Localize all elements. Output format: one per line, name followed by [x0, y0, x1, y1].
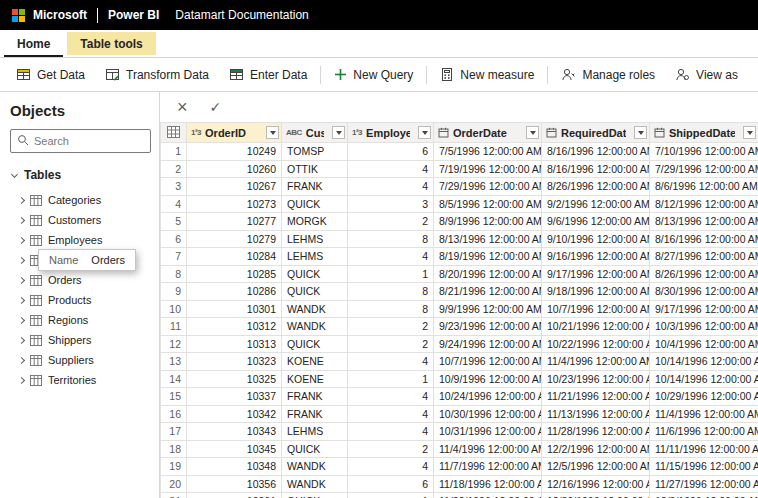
column-header-requireddate[interactable]: RequiredDate [542, 123, 650, 143]
toolbar-button-view-as[interactable]: View as [665, 62, 748, 88]
grid-cell-requireddate[interactable]: 9/10/1996 12:00:00 AM [542, 230, 650, 248]
row-number[interactable]: 1 [161, 143, 187, 161]
grid-cell-customerid[interactable]: FRANK [282, 405, 348, 423]
grid-cell-requireddate[interactable]: 11/21/1996 12:00:00 AM [542, 388, 650, 406]
grid-cell-orderid[interactable]: 10342 [187, 405, 282, 423]
grid-cell-customerid[interactable]: LEHMS [282, 248, 348, 266]
grid-cell-orderid[interactable]: 10361 [187, 493, 282, 498]
grid-cell-customerid[interactable]: WANDK [282, 475, 348, 493]
grid-cell-orderdate[interactable]: 7/5/1996 12:00:00 AM [434, 143, 542, 161]
grid-cell-shippeddate[interactable]: 11/4/1996 12:00:00 AM [650, 405, 758, 423]
grid-cell-customerid[interactable]: LEHMS [282, 230, 348, 248]
column-filter-button[interactable] [634, 126, 647, 139]
grid-cell-orderdate[interactable]: 11/18/1996 12:00:00 AM [434, 475, 542, 493]
grid-cell-customerid[interactable]: QUICK [282, 195, 348, 213]
grid-cell-customerid[interactable]: MORGK [282, 213, 348, 231]
grid-cell-shippeddate[interactable]: 11/6/1996 12:00:00 AM [650, 423, 758, 441]
grid-cell-requireddate[interactable]: 12/16/1996 12:00:00 AM [542, 475, 650, 493]
column-header-orderid[interactable]: 1²3OrderID [187, 123, 282, 143]
grid-cell-requireddate[interactable]: 10/23/1996 12:00:00 AM [542, 370, 650, 388]
grid-cell-shippeddate[interactable]: 11/11/1996 12:00:00 AM [650, 440, 758, 458]
grid-cell-employeeid[interactable]: 1 [348, 493, 434, 498]
grid-cell-shippeddate[interactable]: 8/12/1996 12:00:00 AM [650, 195, 758, 213]
grid-cell-requireddate[interactable]: 11/13/1996 12:00:00 AM [542, 405, 650, 423]
grid-cell-orderid[interactable]: 10356 [187, 475, 282, 493]
grid-cell-orderdate[interactable]: 8/20/1996 12:00:00 AM [434, 265, 542, 283]
grid-cell-shippeddate[interactable]: 11/15/1996 12:00:00 AM [650, 458, 758, 476]
grid-cell-shippeddate[interactable]: 12/3/1996 12:00:00 AM [650, 493, 758, 498]
grid-cell-employeeid[interactable]: 2 [348, 213, 434, 231]
grid-cell-orderid[interactable]: 10312 [187, 318, 282, 336]
grid-corner-cell[interactable] [161, 123, 187, 143]
grid-cell-orderid[interactable]: 10343 [187, 423, 282, 441]
search-input[interactable] [34, 135, 144, 147]
search-box[interactable] [10, 129, 151, 153]
sidebar-item-customers[interactable]: Customers [10, 210, 151, 230]
toolbar-button-new-measure[interactable]: New measure [430, 62, 544, 88]
grid-cell-orderdate[interactable]: 10/30/1996 12:00:00 AM [434, 405, 542, 423]
row-number[interactable]: 16 [161, 405, 187, 423]
tab-table-tools[interactable]: Table tools [67, 32, 155, 55]
grid-cell-employeeid[interactable]: 3 [348, 195, 434, 213]
row-number[interactable]: 10 [161, 300, 187, 318]
grid-cell-requireddate[interactable]: 8/16/1996 12:00:00 AM [542, 160, 650, 178]
grid-cell-shippeddate[interactable]: 10/14/1996 12:00:00 AM [650, 370, 758, 388]
grid-cell-shippeddate[interactable]: 8/26/1996 12:00:00 AM [650, 265, 758, 283]
grid-cell-employeeid[interactable]: 2 [348, 440, 434, 458]
grid-cell-orderdate[interactable]: 9/9/1996 12:00:00 AM [434, 300, 542, 318]
row-number[interactable]: 20 [161, 475, 187, 493]
row-number[interactable]: 18 [161, 440, 187, 458]
column-filter-button[interactable] [743, 126, 756, 139]
grid-cell-orderid[interactable]: 10313 [187, 335, 282, 353]
row-number[interactable]: 11 [161, 318, 187, 336]
grid-cell-requireddate[interactable]: 9/2/1996 12:00:00 AM [542, 195, 650, 213]
grid-cell-customerid[interactable]: QUICK [282, 493, 348, 498]
grid-cell-requireddate[interactable]: 11/28/1996 12:00:00 AM [542, 423, 650, 441]
grid-cell-employeeid[interactable]: 2 [348, 318, 434, 336]
commit-icon[interactable]: ✓ [210, 99, 222, 115]
grid-cell-customerid[interactable]: WANDK [282, 300, 348, 318]
grid-cell-employeeid[interactable]: 4 [348, 388, 434, 406]
row-number[interactable]: 9 [161, 283, 187, 301]
grid-cell-orderid[interactable]: 10277 [187, 213, 282, 231]
grid-cell-orderdate[interactable]: 10/24/1996 12:00:00 AM [434, 388, 542, 406]
grid-cell-requireddate[interactable]: 12/5/1996 12:00:00 AM [542, 458, 650, 476]
row-number[interactable]: 3 [161, 178, 187, 196]
sidebar-item-categories[interactable]: Categories [10, 190, 151, 210]
sidebar-item-employees[interactable]: Employees [10, 230, 151, 250]
sidebar-item-orders[interactable]: Orders [10, 270, 151, 290]
grid-cell-orderdate[interactable]: 11/4/1996 12:00:00 AM [434, 440, 542, 458]
column-header-shippeddate[interactable]: ShippedDate [650, 123, 758, 143]
toolbar-button-enter-data[interactable]: Enter Data [219, 62, 317, 88]
column-filter-button[interactable] [526, 126, 539, 139]
grid-cell-shippeddate[interactable]: 7/29/1996 12:00:00 AM [650, 160, 758, 178]
grid-cell-orderdate[interactable]: 8/9/1996 12:00:00 AM [434, 213, 542, 231]
grid-cell-shippeddate[interactable]: 8/16/1996 12:00:00 AM [650, 230, 758, 248]
row-number[interactable]: 12 [161, 335, 187, 353]
grid-cell-orderdate[interactable]: 7/19/1996 12:00:00 AM [434, 160, 542, 178]
sidebar-item-shippers[interactable]: Shippers [10, 330, 151, 350]
grid-cell-employeeid[interactable]: 1 [348, 265, 434, 283]
grid-cell-customerid[interactable]: KOENE [282, 370, 348, 388]
grid-cell-shippeddate[interactable]: 10/29/1996 12:00:00 AM [650, 388, 758, 406]
grid-cell-requireddate[interactable]: 9/16/1996 12:00:00 AM [542, 248, 650, 266]
tables-section-header[interactable]: Tables [12, 168, 151, 182]
grid-cell-orderdate[interactable]: 10/31/1996 12:00:00 AM [434, 423, 542, 441]
grid-cell-customerid[interactable]: QUICK [282, 265, 348, 283]
grid-cell-shippeddate[interactable]: 8/27/1996 12:00:00 AM [650, 248, 758, 266]
grid-cell-requireddate[interactable]: 8/26/1996 12:00:00 AM [542, 178, 650, 196]
toolbar-button-get-data[interactable]: Get Data [6, 62, 95, 88]
grid-cell-orderdate[interactable]: 8/21/1996 12:00:00 AM [434, 283, 542, 301]
row-number[interactable]: 2 [161, 160, 187, 178]
row-number[interactable]: 13 [161, 353, 187, 371]
row-number[interactable]: 5 [161, 213, 187, 231]
grid-cell-orderid[interactable]: 10323 [187, 353, 282, 371]
grid-cell-orderid[interactable]: 10345 [187, 440, 282, 458]
grid-cell-employeeid[interactable]: 4 [348, 178, 434, 196]
grid-cell-orderid[interactable]: 10273 [187, 195, 282, 213]
row-number[interactable]: 6 [161, 230, 187, 248]
grid-cell-shippeddate[interactable]: 10/3/1996 12:00:00 AM [650, 318, 758, 336]
toolbar-button-manage-roles[interactable]: Manage roles [551, 62, 665, 88]
column-header-employeeid[interactable]: 1²3EmployeeID [348, 123, 434, 143]
grid-cell-requireddate[interactable]: 10/7/1996 12:00:00 AM [542, 300, 650, 318]
